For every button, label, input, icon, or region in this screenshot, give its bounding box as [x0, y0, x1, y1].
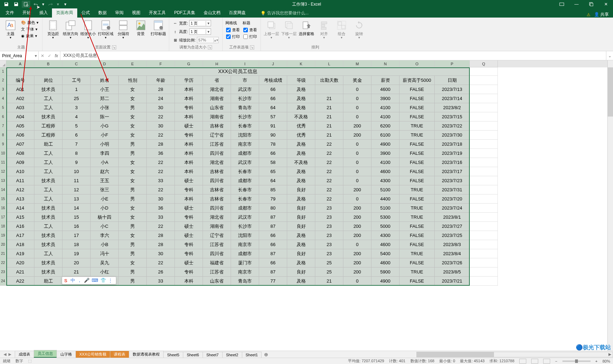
data-cell[interactable]: FALSE: [400, 222, 435, 231]
header-cell[interactable]: 学历: [175, 76, 203, 85]
data-cell[interactable]: 33: [147, 277, 175, 286]
header-cell[interactable]: 岗位: [34, 76, 62, 85]
data-cell[interactable]: [470, 176, 498, 185]
data-cell[interactable]: 长沙市: [231, 94, 259, 103]
tab-pagelayout[interactable]: 页面布局: [52, 8, 77, 18]
data-cell[interactable]: 91: [259, 121, 287, 131]
data-cell[interactable]: 男: [119, 103, 147, 112]
rotate-button[interactable]: 旋转▼: [351, 18, 367, 40]
pagesetup-launcher-icon[interactable]: ↘: [112, 45, 116, 49]
data-cell[interactable]: 南京市: [231, 240, 259, 249]
data-cell[interactable]: 杨十四: [91, 213, 119, 222]
data-cell[interactable]: 女: [119, 213, 147, 222]
column-header[interactable]: H: [203, 60, 231, 67]
data-cell[interactable]: 22: [147, 222, 175, 231]
data-cell[interactable]: 66: [259, 231, 287, 240]
tab-file[interactable]: 文件: [1, 8, 18, 18]
data-cell[interactable]: 湖南省: [203, 222, 231, 231]
data-cell[interactable]: 14: [62, 204, 91, 213]
enter-icon[interactable]: ✓: [48, 53, 51, 58]
data-cell[interactable]: 2023/7/13: [435, 85, 470, 94]
data-cell[interactable]: 男: [119, 185, 147, 194]
header-cell[interactable]: 等级: [287, 76, 315, 85]
data-cell[interactable]: TRUE: [400, 185, 435, 194]
data-cell[interactable]: 福建省: [203, 258, 231, 267]
data-cell[interactable]: 200: [343, 258, 371, 267]
tab-data[interactable]: 数据: [94, 8, 111, 18]
data-cell[interactable]: 成都市: [231, 204, 259, 213]
sheet-nav-next-icon[interactable]: ▶: [8, 352, 11, 357]
data-cell[interactable]: 男: [119, 140, 147, 149]
data-cell[interactable]: 女: [119, 231, 147, 240]
data-cell[interactable]: 87: [259, 267, 287, 277]
sheet-tab[interactable]: 员工信息: [34, 350, 57, 358]
row-header[interactable]: 12: [0, 167, 6, 176]
sheet-tab[interactable]: Sheet1: [242, 352, 262, 358]
data-cell[interactable]: 0: [343, 149, 371, 158]
data-cell[interactable]: [470, 240, 498, 249]
data-cell[interactable]: 四川省: [203, 176, 231, 185]
scrollbar-thumb[interactable]: [608, 67, 613, 117]
height-input[interactable]: [190, 29, 206, 34]
name-box-dropdown-icon[interactable]: ▾: [33, 53, 38, 58]
data-cell[interactable]: 本科: [175, 94, 203, 103]
data-cell[interactable]: 硕士: [175, 121, 203, 131]
data-cell[interactable]: 2023/8/2: [435, 103, 470, 112]
warning-icon[interactable]: ⚠: [587, 12, 591, 17]
ime-item[interactable]: ⌨: [92, 278, 98, 283]
data-cell[interactable]: 0: [343, 94, 371, 103]
sheet-tab[interactable]: Sheet5: [163, 352, 183, 358]
zoom-in-icon[interactable]: +: [595, 359, 598, 363]
data-cell[interactable]: A21: [6, 267, 34, 277]
undo-icon[interactable]: [32, 1, 40, 8]
sheet-tab[interactable]: Sheet7: [203, 352, 223, 358]
data-cell[interactable]: 女: [119, 258, 147, 267]
column-header[interactable]: F: [147, 60, 175, 67]
ime-item[interactable]: ⋮: [108, 278, 113, 283]
printarea-button[interactable]: 打印区域▼: [98, 18, 113, 40]
sheet-nav-prev-icon[interactable]: ◀: [4, 352, 6, 357]
colors-button[interactable]: 🎨颜色 ▾: [20, 20, 39, 26]
data-cell[interactable]: 20: [62, 258, 91, 267]
header-cell[interactable]: 省: [203, 76, 231, 85]
row-header[interactable]: 3: [0, 85, 6, 94]
background-button[interactable]: 背景: [133, 18, 149, 36]
horizontal-scrollbar[interactable]: ◀ ▶: [416, 352, 613, 357]
row-header[interactable]: 15: [0, 194, 6, 204]
data-cell[interactable]: 200: [343, 204, 371, 213]
data-cell[interactable]: 李六: [91, 231, 119, 240]
orientation-button[interactable]: 纸张方向▼: [63, 18, 78, 40]
data-cell[interactable]: 专科: [175, 249, 203, 258]
data-cell[interactable]: 5000: [371, 222, 400, 231]
header-cell[interactable]: 市: [231, 76, 259, 85]
zoom-out-icon[interactable]: −: [555, 359, 557, 363]
formula-bar-expand-icon[interactable]: ⌄: [606, 51, 613, 60]
data-cell[interactable]: TRUE: [400, 213, 435, 222]
data-cell[interactable]: A08: [6, 149, 34, 158]
gridlines-view-checkbox[interactable]: 查看: [225, 27, 240, 33]
data-cell[interactable]: 吉林省: [203, 121, 231, 131]
data-cell[interactable]: 64: [259, 103, 287, 112]
data-cell[interactable]: 女: [119, 167, 147, 176]
tab-baidu[interactable]: 百度网盘: [225, 8, 250, 18]
data-cell[interactable]: 技术员: [34, 258, 62, 267]
data-cell[interactable]: 0: [343, 158, 371, 167]
data-cell[interactable]: 30: [147, 249, 175, 258]
data-cell[interactable]: A07: [6, 140, 34, 149]
data-cell[interactable]: FALSE: [400, 194, 435, 204]
data-cell[interactable]: 本科: [175, 158, 203, 167]
tab-pdf[interactable]: PDF工具集: [170, 8, 199, 18]
ime-item[interactable]: 🎤: [84, 278, 90, 283]
data-cell[interactable]: 0: [343, 167, 371, 176]
data-cell[interactable]: [470, 167, 498, 176]
headings-view-checkbox[interactable]: 查看: [243, 27, 258, 33]
row-header[interactable]: 7: [0, 121, 6, 131]
data-cell[interactable]: 技术员: [34, 204, 62, 213]
data-cell[interactable]: 长春市: [231, 185, 259, 194]
tab-home[interactable]: 开始: [18, 8, 35, 18]
data-cell[interactable]: 2023/7/31: [435, 185, 470, 194]
size-button[interactable]: 纸张大小▼: [80, 18, 96, 40]
tab-view[interactable]: 视图: [128, 8, 145, 18]
checkbox[interactable]: [226, 34, 231, 39]
header-cell[interactable]: 工号: [62, 76, 91, 85]
